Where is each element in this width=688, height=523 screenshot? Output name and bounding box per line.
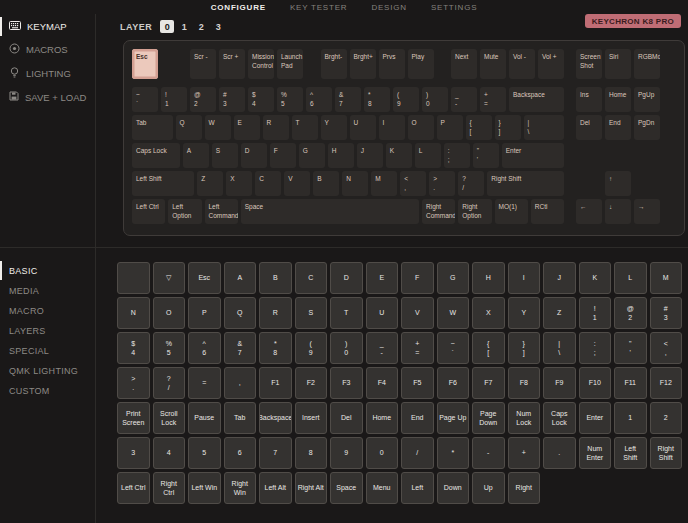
key-caps-lock[interactable]: Caps Lock bbox=[132, 143, 180, 168]
key-k[interactable]: K bbox=[386, 143, 412, 168]
key-g[interactable]: G bbox=[299, 143, 325, 168]
picker-key-f11[interactable]: F11 bbox=[614, 367, 647, 399]
picker-key-none[interactable] bbox=[117, 262, 150, 294]
picker-key-5[interactable]: % 5 bbox=[153, 332, 186, 364]
picker-key-menu[interactable]: Menu bbox=[366, 472, 399, 504]
picker-key-w[interactable]: W bbox=[437, 297, 470, 329]
picker-key-(-9[interactable]: ( 9 bbox=[295, 332, 328, 364]
sidebar-item-save-load[interactable]: SAVE + LOAD bbox=[0, 87, 95, 107]
picker-key-space[interactable]: Space bbox=[330, 472, 363, 504]
picker-key-brace-l[interactable]: { [ bbox=[472, 332, 505, 364]
key-j[interactable]: J bbox=[357, 143, 383, 168]
picker-key-f3[interactable]: F3 bbox=[330, 367, 363, 399]
key-ins[interactable]: Ins bbox=[576, 87, 602, 112]
picker-key-gt[interactable]: > . bbox=[117, 367, 150, 399]
picker-key-comma[interactable]: , bbox=[224, 367, 257, 399]
key-backspace[interactable]: Backspace bbox=[509, 87, 564, 112]
key-p[interactable]: P bbox=[437, 115, 463, 140]
key-siri[interactable]: Siri bbox=[605, 49, 631, 79]
picker-key-3[interactable]: # 3 bbox=[650, 297, 683, 329]
key-mute[interactable]: Mute bbox=[480, 49, 506, 79]
picker-key-d[interactable]: D bbox=[330, 262, 363, 294]
key-arrow-right[interactable]: → bbox=[634, 199, 660, 224]
key-m[interactable]: M bbox=[371, 171, 397, 196]
sidebar-item-macros[interactable]: MACROS bbox=[0, 39, 95, 60]
key-v[interactable]: V bbox=[284, 171, 310, 196]
picker-key-plus[interactable]: + bbox=[508, 437, 541, 469]
key-e[interactable]: E bbox=[234, 115, 260, 140]
picker-key-tilde[interactable]: ~ ` bbox=[437, 332, 470, 364]
picker-key-esc[interactable]: Esc bbox=[188, 262, 221, 294]
key-pgup[interactable]: PgUp bbox=[634, 87, 660, 112]
key-brace-r[interactable]: } ] bbox=[495, 115, 521, 140]
picker-key-6[interactable]: 6 bbox=[224, 437, 257, 469]
picker-key-t[interactable]: T bbox=[330, 297, 363, 329]
key-enter[interactable]: Enter bbox=[502, 143, 564, 168]
picker-key-scroll-lock[interactable]: Scroll Lock bbox=[153, 402, 186, 434]
picker-key-l[interactable]: L bbox=[614, 262, 647, 294]
key-lt[interactable]: < , bbox=[400, 171, 426, 196]
key-b[interactable]: B bbox=[313, 171, 339, 196]
picker-key-quote[interactable]: " ' bbox=[614, 332, 647, 364]
key-right-command[interactable]: Right Command bbox=[422, 199, 455, 224]
key-vol-minus[interactable]: Vol - bbox=[509, 49, 535, 79]
picker-key-insert[interactable]: Insert bbox=[295, 402, 328, 434]
picker-key-f6[interactable]: F6 bbox=[437, 367, 470, 399]
picker-key-period[interactable]: . bbox=[543, 437, 576, 469]
picker-key-num-lock[interactable]: Num Lock bbox=[508, 402, 541, 434]
key-q[interactable]: Q bbox=[176, 115, 202, 140]
picker-key-colon[interactable]: : ; bbox=[579, 332, 612, 364]
picker-key-asterisk[interactable]: * bbox=[437, 437, 470, 469]
key-z[interactable]: Z bbox=[197, 171, 223, 196]
key-n[interactable]: N bbox=[342, 171, 368, 196]
picker-key-lt[interactable]: < , bbox=[650, 332, 683, 364]
layer-option-3[interactable]: 3 bbox=[211, 20, 225, 33]
picker-key-h[interactable]: H bbox=[472, 262, 505, 294]
picker-key-left-alt[interactable]: Left Alt bbox=[259, 472, 292, 504]
picker-key-q[interactable]: Q bbox=[224, 297, 257, 329]
key-h[interactable]: H bbox=[328, 143, 354, 168]
key-8[interactable]: * 8 bbox=[364, 87, 390, 112]
picker-key-plus[interactable]: + = bbox=[401, 332, 434, 364]
key-rgbmd-plus[interactable]: RGBMd+ bbox=[634, 49, 660, 79]
key-tab[interactable]: Tab bbox=[132, 115, 173, 140]
picker-tab-custom[interactable]: CUSTOM bbox=[0, 381, 95, 400]
picker-key-g[interactable]: G bbox=[437, 262, 470, 294]
key-tilde[interactable]: ~ ` bbox=[132, 87, 158, 112]
picker-key-down[interactable]: Down bbox=[437, 472, 470, 504]
picker-key-f8[interactable]: F8 bbox=[508, 367, 541, 399]
picker-key-num-enter[interactable]: Num Enter bbox=[579, 437, 612, 469]
picker-key-2[interactable]: @ 2 bbox=[614, 297, 647, 329]
picker-key-v[interactable]: V bbox=[401, 297, 434, 329]
picker-key-underscore[interactable]: _ - bbox=[366, 332, 399, 364]
key-3[interactable]: # 3 bbox=[219, 87, 245, 112]
key-s[interactable]: S bbox=[212, 143, 238, 168]
picker-key-page-down[interactable]: Page Down bbox=[472, 402, 505, 434]
key-5[interactable]: % 5 bbox=[277, 87, 303, 112]
picker-tab-media[interactable]: MEDIA bbox=[0, 281, 95, 300]
picker-key-end[interactable]: End bbox=[401, 402, 434, 434]
key-underscore[interactable]: _ - bbox=[451, 87, 477, 112]
key-2[interactable]: @ 2 bbox=[190, 87, 216, 112]
picker-key-question[interactable]: ? / bbox=[153, 367, 186, 399]
picker-key-1[interactable]: ! 1 bbox=[579, 297, 612, 329]
key-(-9[interactable]: ( 9 bbox=[393, 87, 419, 112]
picker-key-right-ctrl[interactable]: Right Ctrl bbox=[153, 472, 186, 504]
picker-key-symbol[interactable]: - bbox=[472, 437, 505, 469]
picker-key-n[interactable]: N bbox=[117, 297, 150, 329]
key-scr-plus[interactable]: Scr + bbox=[219, 49, 245, 79]
sidebar-item-keymap[interactable]: KEYMAP bbox=[0, 17, 95, 36]
picker-key-7[interactable]: & 7 bbox=[224, 332, 257, 364]
key-r[interactable]: R bbox=[263, 115, 289, 140]
picker-tab-special[interactable]: SPECIAL bbox=[0, 341, 95, 360]
key-home[interactable]: Home bbox=[605, 87, 631, 112]
picker-key-1[interactable]: 1 bbox=[614, 402, 647, 434]
picker-key-tab[interactable]: Tab bbox=[224, 402, 257, 434]
tab-design[interactable]: DESIGN bbox=[371, 3, 406, 12]
key-mo(1)[interactable]: MO(1) bbox=[495, 199, 528, 224]
key-l[interactable]: L bbox=[415, 143, 441, 168]
key-x[interactable]: X bbox=[226, 171, 252, 196]
key-d[interactable]: D bbox=[241, 143, 267, 168]
picker-key-4[interactable]: 4 bbox=[153, 437, 186, 469]
key-t[interactable]: T bbox=[292, 115, 318, 140]
